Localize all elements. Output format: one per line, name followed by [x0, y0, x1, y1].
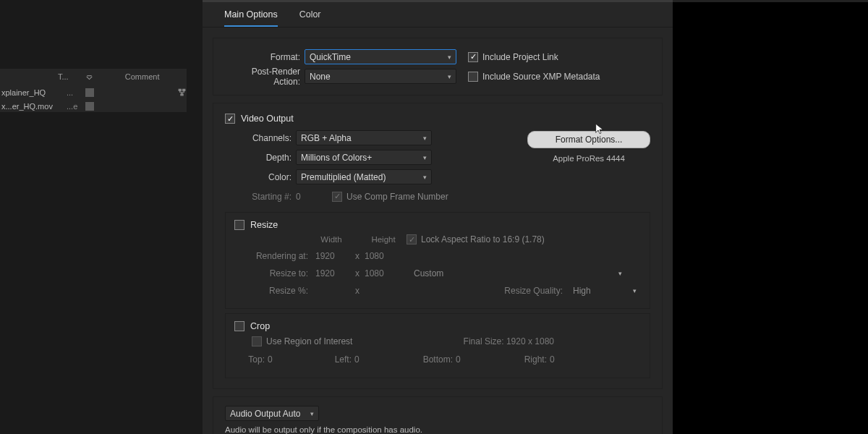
resize-width: 1920 [312, 268, 350, 278]
width-col: Width [312, 235, 350, 244]
resize-toggle[interactable]: Resize [234, 220, 641, 230]
depth-label: Depth: [225, 153, 296, 163]
svg-rect-1 [183, 89, 185, 90]
height-col: Height [365, 235, 402, 244]
format-label: Format: [225, 52, 305, 62]
resize-to-label: Resize to: [234, 268, 312, 278]
label-swatch[interactable] [85, 88, 94, 97]
flowchart-icon[interactable] [177, 87, 187, 96]
starting-label: Starting #: [225, 192, 296, 202]
chevron-down-icon: ▾ [618, 270, 622, 277]
include-project-link[interactable]: Include Project Link [468, 52, 558, 62]
tab-main-options[interactable]: Main Options [224, 9, 278, 27]
project-columns: T... Comment [58, 72, 174, 81]
checkbox-icon[interactable] [225, 114, 235, 124]
resize-quality-label: Resize Quality: [504, 286, 569, 296]
audio-section: Audio Output Auto▾ Audio will be output … [213, 396, 663, 434]
checkbox-icon [332, 192, 342, 202]
crop-left-value: 0 [354, 354, 383, 365]
chevron-down-icon: ▾ [633, 287, 637, 294]
viewer-backdrop [673, 0, 868, 434]
chevron-down-icon: ▾ [310, 410, 314, 417]
format-section: Format: QuickTime▾ Include Project Link … [213, 38, 663, 95]
video-output-toggle[interactable]: Video Output [225, 114, 650, 124]
svg-rect-2 [181, 93, 183, 95]
chevron-down-icon: ▾ [423, 174, 427, 181]
tab-color[interactable]: Color [299, 9, 321, 27]
chevron-down-icon: ▾ [423, 135, 427, 142]
svg-rect-0 [179, 89, 181, 90]
crop-right-label: Right: [514, 354, 550, 365]
chevron-down-icon: ▾ [448, 54, 451, 61]
audio-note: Audio will be output only if the composi… [225, 425, 650, 434]
rendering-width: 1920 [312, 251, 350, 261]
label-swatch[interactable] [85, 102, 94, 111]
channels-label: Channels: [225, 133, 296, 143]
channels-select[interactable]: RGB + Alpha▾ [296, 130, 432, 145]
checkbox-icon [252, 336, 262, 346]
resize-quality-select: High▾ [569, 284, 641, 299]
format-select[interactable]: QuickTime▾ [305, 49, 456, 64]
chevron-down-icon: ▾ [423, 154, 427, 161]
checkbox-icon[interactable] [234, 220, 244, 230]
post-render-label: Post-Render Action: [225, 67, 305, 87]
color-select[interactable]: Premultiplied (Matted)▾ [296, 169, 432, 184]
dialog-tabs: Main Options Color [203, 2, 673, 27]
video-section: Video Output Channels: RGB + Alpha▾ Dept… [213, 103, 663, 389]
output-module-dialog: Main Options Color Format: QuickTime▾ In… [203, 0, 673, 434]
include-xmp[interactable]: Include Source XMP Metadata [468, 72, 600, 82]
lock-aspect: Lock Aspect Ratio to 16:9 (1.78) [407, 234, 545, 244]
project-item[interactable]: x...er_HQ.mov ...e [0, 100, 187, 113]
crop-subsection: Crop Use Region of Interest Final Size: … [225, 313, 650, 378]
video-format-options-button[interactable]: Format Options... [527, 131, 650, 148]
resize-subsection: Resize Width Height Lock Aspect Ratio to… [225, 212, 650, 309]
rendering-height: 1080 [365, 251, 402, 261]
chevron-down-icon: ▾ [448, 73, 451, 80]
crop-toggle[interactable]: Crop [234, 321, 641, 331]
rendering-at-label: Rendering at: [234, 251, 312, 261]
crop-left-label: Left: [326, 354, 354, 365]
checkbox-icon[interactable] [234, 321, 244, 331]
project-panel: T... Comment xplainer_HQ ... x...er_HQ.m… [0, 0, 188, 434]
starting-value: 0 [296, 192, 332, 202]
resize-pct-label: Resize %: [234, 286, 312, 296]
use-roi: Use Region of Interest [252, 336, 352, 346]
crop-right-value: 0 [550, 354, 579, 365]
project-item[interactable]: xplainer_HQ ... [0, 86, 187, 99]
crop-bottom-value: 0 [456, 354, 485, 365]
checkbox-icon[interactable] [468, 52, 478, 62]
post-render-select[interactable]: None▾ [305, 69, 456, 84]
audio-output-select[interactable]: Audio Output Auto▾ [225, 406, 319, 421]
use-comp-frame: Use Comp Frame Number [332, 192, 448, 202]
checkbox-icon[interactable] [468, 72, 478, 82]
color-label: Color: [225, 172, 296, 182]
crop-top-label: Top: [234, 354, 268, 365]
crop-bottom-label: Bottom: [412, 354, 456, 365]
codec-name: Apple ProRes 4444 [527, 154, 650, 163]
resize-preset-select: Custom▾ [409, 266, 626, 281]
final-size: Final Size: 1920 x 1080 [464, 336, 597, 346]
checkbox-icon [407, 234, 417, 244]
depth-select[interactable]: Millions of Colors+▾ [296, 150, 432, 165]
resize-height: 1080 [365, 268, 402, 278]
crop-top-value: 0 [268, 354, 297, 365]
